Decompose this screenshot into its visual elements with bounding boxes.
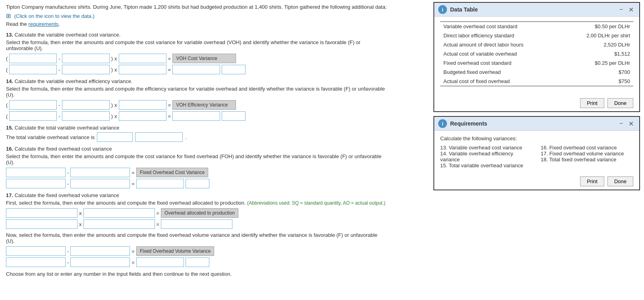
- section-15-title: 15. Calculate the total variable overhea…: [6, 125, 387, 131]
- q13-result[interactable]: [172, 65, 220, 74]
- q17-vol-input1[interactable]: [6, 246, 66, 256]
- section-17-vol-row1: - = Fixed Overhead Volume Variance: [6, 246, 387, 256]
- q17-vol-label: Fixed Overhead Volume Variance: [136, 246, 215, 256]
- section-17-desc2: Now, select the formula, then enter the …: [6, 232, 387, 244]
- data-row-value: $1,512: [563, 49, 633, 58]
- req-calc-label: Calculate the following variances:: [440, 135, 633, 141]
- q16-input2[interactable]: [70, 168, 130, 177]
- section-14-formula-row2: ( - ) x =: [6, 111, 387, 121]
- section-13-formula-row1: ( - ) x = VOH Cost Variance: [6, 54, 387, 63]
- q17-vol-fav[interactable]: [186, 257, 209, 267]
- section-17: 17. Calculate the fixed overhead volume …: [6, 192, 387, 267]
- q16-fav[interactable]: [186, 179, 209, 188]
- q13-input1[interactable]: [9, 54, 57, 63]
- req-item: 13. Variable overhead cost variance: [440, 145, 533, 151]
- data-table-footer: Print Done: [434, 95, 639, 111]
- section-16-desc: Select the formula, then enter the amoun…: [6, 153, 387, 165]
- section-13-title: 13. Calculate the variable overhead cost…: [6, 32, 387, 38]
- q13-label: VOH Cost Variance: [172, 54, 236, 63]
- data-row-label: Variable overhead cost standard: [440, 22, 563, 31]
- read-req: Read the requirements.: [6, 21, 387, 27]
- data-table-done-btn[interactable]: Done: [607, 98, 633, 108]
- q14-input2[interactable]: [62, 100, 110, 110]
- footer-note: Choose from any list or enter any number…: [6, 271, 387, 277]
- data-row-label: Fixed overhead cost standard: [440, 58, 563, 68]
- req-minimize-btn[interactable]: −: [618, 120, 625, 127]
- req-info-icon: i: [438, 119, 447, 128]
- q17-input3[interactable]: [6, 219, 77, 229]
- data-table-minimize-btn[interactable]: −: [618, 6, 625, 13]
- q14-input6[interactable]: [119, 111, 166, 121]
- q17-vol-result[interactable]: [136, 257, 184, 267]
- section-14-formula-row1: ( - ) x = VOH Efficiency Variance: [6, 100, 387, 110]
- req-footer: Print Done: [434, 173, 639, 190]
- data-table-row: Direct labor efficiency standard2.00 DLH…: [440, 31, 633, 40]
- q13-input4[interactable]: [9, 65, 57, 74]
- section-14: 14. Calculate the variable overhead effi…: [6, 78, 387, 121]
- data-row-value: 2,520 DLHr: [563, 40, 633, 49]
- q14-fav[interactable]: [222, 111, 246, 121]
- section-14-desc: Select the formula, then enter the amoun…: [6, 86, 387, 98]
- section-17-title: 17. Calculate the fixed overhead volume …: [6, 192, 387, 198]
- q17-vol-input2[interactable]: [70, 246, 130, 256]
- q17-alloc-result[interactable]: [161, 219, 232, 229]
- section-15-row: The total variable overhead variance is …: [6, 132, 387, 142]
- data-link[interactable]: (Click on the icon to view the data.): [14, 13, 95, 19]
- section-15: 15. Calculate the total variable overhea…: [6, 125, 387, 142]
- requirements-link[interactable]: requirements: [28, 21, 58, 27]
- q13-fav[interactable]: [222, 65, 246, 74]
- data-table: Variable overhead cost standard$0.50 per…: [440, 21, 633, 86]
- q14-input4[interactable]: [9, 111, 57, 121]
- q17-input1[interactable]: [6, 208, 77, 218]
- q14-result[interactable]: [172, 111, 220, 121]
- section-16-formula-row2: - =: [6, 179, 387, 188]
- section-17-alloc-row2: x =: [6, 219, 387, 229]
- q16-input3[interactable]: [6, 179, 66, 188]
- section-17-green-note: (Abbreviations used: SQ = standard quant…: [247, 200, 385, 206]
- q17-input2[interactable]: [83, 208, 155, 218]
- req-item: 17. Fixed overhead volume variance: [541, 151, 633, 157]
- data-table-print-btn[interactable]: Print: [580, 98, 604, 108]
- req-item: 16. Fixed overhead cost variance: [541, 145, 633, 151]
- section-13: 13. Calculate the variable overhead cost…: [6, 32, 387, 74]
- q13-input2[interactable]: [62, 54, 110, 63]
- q14-input3[interactable]: [119, 100, 166, 110]
- req-panel: i Requirements − ✕ Calculate the followi…: [433, 116, 640, 190]
- req-done-btn[interactable]: Done: [607, 176, 633, 186]
- q13-input6[interactable]: [119, 65, 166, 74]
- data-row-value: $700: [563, 68, 633, 77]
- req-item: 15. Total variable overhead variance: [440, 163, 533, 168]
- q17-vol-input3[interactable]: [6, 257, 66, 267]
- q16-input1[interactable]: [6, 168, 66, 177]
- req-item: 14. Variable overhead efficiency varianc…: [440, 151, 533, 163]
- q17-alloc-label: Overhead allocated to production: [161, 208, 238, 218]
- grid-icon: ⊞: [6, 12, 11, 19]
- data-table-close-btn[interactable]: ✕: [627, 6, 635, 14]
- q13-input3[interactable]: [119, 54, 166, 63]
- q13-input5[interactable]: [62, 65, 110, 74]
- req-right-col: 16. Fixed overhead cost variance17. Fixe…: [541, 145, 633, 168]
- req-print-btn[interactable]: Print: [580, 176, 604, 186]
- q16-result[interactable]: [136, 179, 184, 188]
- q17-vol-input4[interactable]: [70, 257, 130, 267]
- data-table-panel-header: i Data Table − ✕: [434, 3, 639, 17]
- q15-fav[interactable]: [135, 132, 183, 142]
- data-table-row: Actual cost of variable overhead$1,512: [440, 49, 633, 58]
- section-16-formula-row1: - = Fixed Overhead Cost Variance: [6, 168, 387, 177]
- q16-input4[interactable]: [70, 179, 130, 188]
- req-panel-header: i Requirements − ✕: [434, 117, 639, 131]
- data-table-body: Variable overhead cost standard$0.50 per…: [434, 17, 639, 95]
- section-13-formula-row2: ( - ) x =: [6, 65, 387, 74]
- q15-value[interactable]: [97, 132, 133, 142]
- data-row-label: Direct labor efficiency standard: [440, 31, 563, 40]
- data-table-row: Fixed overhead cost standard$0.25 per DL…: [440, 58, 633, 68]
- data-table-title: Data Table: [450, 6, 478, 13]
- data-row-value: $750: [563, 77, 633, 86]
- q14-input1[interactable]: [9, 100, 57, 110]
- section-15-desc: The total variable overhead variance is: [6, 134, 95, 140]
- q17-input4[interactable]: [83, 219, 155, 229]
- data-table-row: Budgeted fixed overhead$700: [440, 68, 633, 77]
- q14-input5[interactable]: [62, 111, 110, 121]
- req-close-btn[interactable]: ✕: [627, 120, 635, 128]
- section-16-title: 16. Calculate the fixed overhead cost va…: [6, 146, 387, 152]
